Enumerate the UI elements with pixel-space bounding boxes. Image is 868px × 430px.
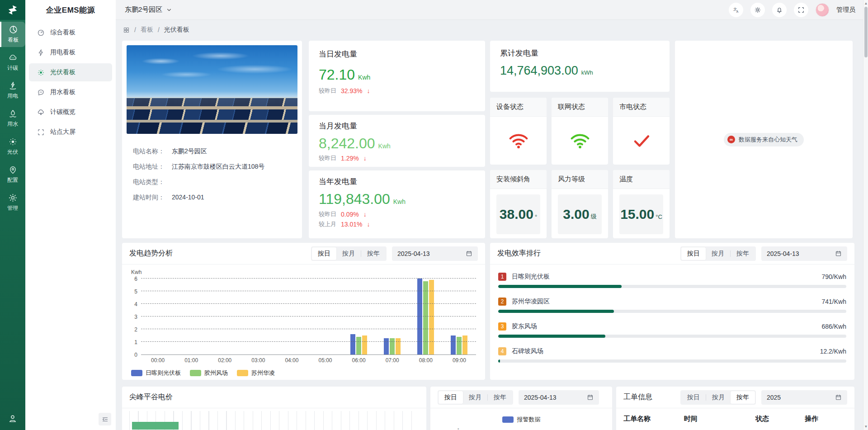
secondary-sidebar: 企业EMS能源 综合看板 用电看板 光伏看板 用水看板 计碳概览 — [25, 0, 116, 430]
rank-name: 石碑坡风场 — [512, 347, 543, 355]
station-address-label: 电站地址： — [133, 163, 172, 171]
language-button[interactable]: 文A — [729, 3, 743, 17]
tab-by-month[interactable]: 按月 — [336, 247, 361, 260]
rank-progress-track — [498, 359, 846, 363]
sidebar-item-solar-board[interactable]: 光伏看板 — [29, 63, 112, 81]
kpi-year-card: 当年发电量 119,843.00 Kwh 较昨日 0.09% ↓ 较上月 13.… — [309, 170, 485, 238]
rail-item-electricity[interactable]: 用电 — [0, 78, 25, 103]
kpi-year-value: 119,843.00 — [319, 191, 390, 208]
app-title: 企业EMS能源 — [25, 0, 116, 20]
rail-item-label: 看板 — [8, 36, 19, 44]
breadcrumb-separator: / — [134, 26, 136, 33]
station-name-value: 东鹏2号园区 — [172, 147, 207, 156]
chart-plot-area — [141, 279, 476, 355]
sidebar-collapse-button[interactable] — [99, 413, 111, 425]
trend-analysis-card: 发电趋势分析 按日 按月 按年 2025-04-13 Kwh — [122, 243, 485, 380]
breadcrumb-dashboard[interactable]: 看板 — [141, 26, 153, 34]
fullscreen-button[interactable] — [794, 3, 808, 17]
rail-item-water[interactable]: 用水 — [0, 106, 25, 131]
rail-item-label: 管理 — [7, 204, 18, 212]
price-period-bar — [132, 422, 179, 430]
tab-by-month[interactable]: 按月 — [463, 391, 487, 404]
fullscreen-icon — [37, 128, 45, 136]
park-selector[interactable]: 东鹏2号园区 — [125, 5, 172, 14]
gauge-icon — [37, 29, 45, 37]
trend-date-picker[interactable]: 2025-04-13 — [392, 246, 478, 261]
calendar-icon — [835, 394, 842, 401]
ranking-date-picker[interactable]: 2025-04-13 — [761, 246, 847, 261]
tab-by-year[interactable]: 按年 — [488, 391, 512, 404]
total-generation-card: 累计发电量 14,764,903.00 kWh — [490, 41, 670, 92]
sun-icon — [37, 69, 45, 76]
order-status-cell: 新工单 — [755, 428, 805, 430]
total-generation-unit: kWh — [581, 69, 593, 76]
tab-by-year[interactable]: 按年 — [361, 247, 386, 260]
alarm-date-picker[interactable]: 2025-04-13 — [519, 390, 599, 405]
rank-progress-track — [498, 335, 846, 338]
temperature-unit: °C — [656, 213, 662, 220]
rail-user-button[interactable] — [0, 414, 25, 424]
fullscreen-icon — [797, 6, 805, 14]
wifi-offline-icon — [508, 130, 529, 151]
breadcrumb-solar-board[interactable]: 光伏看板 — [164, 26, 189, 34]
tab-by-month[interactable]: 按月 — [706, 247, 730, 260]
scrollbar-thumb[interactable] — [864, 7, 868, 57]
tab-by-day[interactable]: 按日 — [681, 247, 706, 260]
rail-item-config[interactable]: 配置 — [0, 162, 25, 187]
trend-bar-chart: Kwh 0123456 00:0001:0002:0003:0004:0005:… — [122, 265, 485, 377]
kpi-month-unit: Kwh — [378, 142, 391, 150]
user-name[interactable]: 管理员 — [836, 6, 855, 14]
user-icon — [8, 414, 18, 424]
translate-icon: 文A — [732, 6, 740, 14]
menu-fold-icon — [102, 416, 108, 423]
col-status: 状态 — [755, 411, 805, 428]
rail-item-solar[interactable]: 光伏 — [0, 134, 25, 159]
chart-y-axis-label: Kwh — [131, 269, 476, 275]
sidebar-item-water-board[interactable]: 用水看板 — [29, 83, 112, 101]
sidebar-item-carbon-overview[interactable]: 计碳概览 — [29, 103, 112, 121]
rail-item-carbon[interactable]: CO₂ 计碳 — [0, 50, 25, 75]
chart-legend: 日喀则光伏板胶州风场苏州华凌 — [131, 369, 476, 377]
trend-period-tabs: 按日 按月 按年 — [311, 246, 387, 261]
tab-by-year[interactable]: 按年 — [731, 247, 755, 260]
rail-item-admin[interactable]: 管理 — [0, 190, 25, 215]
rail-item-label: 光伏 — [7, 148, 18, 156]
tab-by-day[interactable]: 按日 — [439, 391, 463, 404]
window-scrollbar[interactable]: ▲ ▼ — [863, 0, 868, 430]
scrollbar-up-arrow[interactable]: ▲ — [863, 1, 868, 5]
kpi-day-title: 当日发电量 — [319, 49, 475, 59]
sidebar-item-label: 光伏看板 — [50, 68, 75, 76]
trend-card-title: 发电趋势分析 — [129, 249, 173, 258]
notifications-button[interactable] — [772, 3, 787, 17]
workorder-date-picker[interactable]: 2025 — [761, 390, 847, 405]
alarm-legend: 报警数据 — [430, 416, 612, 424]
kpi-month-value: 8,242.00 — [319, 135, 375, 152]
station-built-row: 建站时间： 2024-10-01 — [133, 194, 291, 202]
sidebar-item-overview-board[interactable]: 综合看板 — [29, 24, 112, 42]
workorder-card-title: 工单信息 — [623, 392, 652, 402]
sidebar-item-electricity-board[interactable]: 用电看板 — [29, 43, 112, 61]
sidebar-item-site-screen[interactable]: 站点大屏 — [29, 123, 112, 141]
kpi-day-card: 当日发电量 72.10 Kwh 较昨日 32.93% ↓ — [309, 41, 485, 111]
tab-by-day[interactable]: 按日 — [312, 247, 336, 260]
down-arrow-icon: ↓ — [367, 221, 370, 228]
scrollbar-down-arrow[interactable]: ▼ — [863, 425, 868, 429]
ems-dashboard: 看板 CO₂ 计碳 用电 用水 光伏 配置 — [0, 0, 868, 430]
network-status-title: 联网状态 — [552, 98, 608, 117]
calendar-icon — [587, 394, 594, 401]
rail-item-dashboard[interactable]: 看板 — [0, 22, 25, 47]
theme-button[interactable] — [750, 3, 765, 17]
breadcrumb: / 看板 / 光伏看板 — [123, 24, 189, 36]
alarm-chart-area: 报警数据 ↑ — [430, 408, 612, 424]
app-logo[interactable] — [0, 0, 25, 20]
kpi-day-value: 72.10 — [319, 66, 355, 83]
tab-by-month[interactable]: 按月 — [706, 391, 731, 404]
alarm-legend-label: 报警数据 — [517, 416, 541, 424]
apps-grid-icon[interactable] — [123, 27, 130, 33]
comment-icon — [37, 89, 45, 96]
user-avatar[interactable] — [816, 3, 829, 17]
bolt-icon — [37, 49, 45, 57]
tab-by-day[interactable]: 按日 — [681, 391, 706, 404]
order-action-link[interactable]: 处理 — [805, 428, 847, 430]
tab-by-year[interactable]: 按年 — [731, 391, 755, 404]
